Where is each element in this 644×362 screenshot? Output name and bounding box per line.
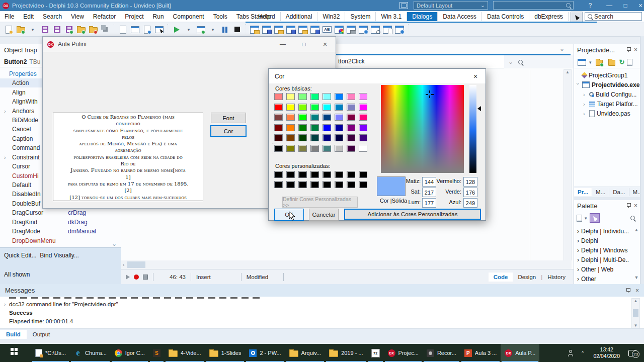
basic-color-swatch[interactable] (298, 114, 307, 121)
font-button[interactable]: Font (211, 113, 246, 123)
run2-dropdown-chevron-icon[interactable]: ▾ (208, 25, 218, 35)
save-project-icon[interactable] (64, 25, 74, 35)
view-forms-icon[interactable] (130, 25, 140, 35)
basic-color-swatch[interactable] (274, 104, 283, 111)
palette-tab-scroll-arrows[interactable]: ‹ › (549, 12, 564, 19)
task-sublime[interactable]: S (149, 344, 165, 362)
basic-color-swatch[interactable] (335, 124, 343, 131)
menu-file[interactable]: File (0, 13, 19, 20)
basic-color-swatch[interactable] (359, 104, 367, 111)
matiz-input[interactable]: 144 (422, 177, 436, 187)
form-titlebar[interactable]: DX Aula Pulini — □ × (43, 37, 336, 52)
palette-tab-win32[interactable]: Win32 (317, 12, 345, 21)
palette-category-delphi[interactable]: ›Delphi (574, 236, 640, 245)
menu-view[interactable]: View (66, 13, 89, 20)
font-dialog-icon[interactable]: AB (322, 25, 332, 35)
custom-color-swatch[interactable] (274, 171, 283, 178)
quick-edit-link[interactable]: Quick Edit... (4, 252, 37, 259)
custom-color-swatch[interactable] (286, 171, 295, 178)
basic-color-swatch[interactable] (310, 124, 319, 131)
basic-color-swatch[interactable] (359, 134, 367, 141)
view-units-icon[interactable] (142, 25, 152, 35)
basic-color-swatch[interactable] (274, 124, 283, 131)
custom-color-swatch[interactable] (323, 171, 331, 178)
message-row[interactable]: Success (0, 309, 624, 317)
basic-color-swatch[interactable] (323, 114, 331, 121)
property-row-dragkind[interactable]: DragKinddkDrag (0, 218, 121, 227)
expand-chevron-icon[interactable]: › (577, 266, 579, 273)
menu-edit[interactable]: Edit (19, 13, 38, 20)
ide-insight-search-input[interactable] (493, 1, 574, 10)
close-icon[interactable]: × (465, 72, 486, 80)
task-edge[interactable]: eChurra... (70, 344, 111, 362)
custom-color-swatch[interactable] (274, 181, 283, 188)
basic-color-swatch[interactable] (286, 114, 295, 121)
tab-properties[interactable]: Properties (9, 70, 37, 77)
basic-color-swatch[interactable] (286, 124, 295, 131)
tab-code[interactable]: Code (489, 273, 513, 282)
page-setup-dialog-icon[interactable] (394, 25, 405, 35)
azul-input[interactable]: 249 (463, 198, 477, 208)
basic-color-swatch[interactable] (274, 145, 283, 152)
custom-color-swatch[interactable] (335, 171, 343, 178)
palette-category-other-web[interactable]: ›Other | Web (574, 264, 640, 274)
custom-color-swatch[interactable] (286, 181, 295, 188)
add-file-icon[interactable] (594, 57, 604, 67)
tab-projects[interactable]: Pr... (574, 188, 592, 196)
printer-setup-dialog-icon[interactable] (346, 25, 356, 35)
save-all-icon[interactable] (52, 25, 62, 35)
basic-color-swatch[interactable] (323, 145, 331, 152)
cor-button[interactable]: Cor (210, 125, 247, 137)
color-dialog-titlebar[interactable]: Cor × (269, 69, 486, 83)
luminance-slider-arrow[interactable] (477, 106, 481, 111)
menu-tools[interactable]: Tools (209, 13, 232, 20)
menu-component[interactable]: Component (169, 13, 209, 20)
form-minimize-button[interactable]: — (272, 37, 293, 52)
basic-color-swatch[interactable] (347, 104, 355, 111)
basic-color-swatch[interactable] (335, 104, 343, 111)
refresh-icon[interactable]: ↻ (619, 58, 625, 66)
basic-color-swatch[interactable] (310, 145, 319, 152)
form-maximize-button[interactable]: □ (293, 37, 314, 52)
palette-tab-system[interactable]: System (345, 12, 375, 21)
basic-color-swatch[interactable] (274, 114, 283, 121)
custom-color-swatch[interactable] (323, 181, 331, 188)
tree-item-unvideo-pas[interactable]: ›Unvideo.pas (574, 109, 640, 118)
basic-color-swatch[interactable] (359, 145, 367, 152)
property-row-dropdownmenu[interactable]: DropDownMenu (0, 236, 121, 245)
basic-color-swatch[interactable] (323, 93, 331, 100)
chevron-down-icon[interactable]: ⌄ (508, 58, 513, 65)
basic-color-swatch[interactable] (310, 93, 319, 100)
basic-color-swatch[interactable] (323, 134, 331, 141)
add-to-project-icon[interactable] (76, 25, 86, 35)
task-7zip[interactable]: 7z (367, 344, 384, 362)
property-row-dragmode[interactable]: DragModedmManual (0, 227, 121, 236)
hue-saturation-field[interactable] (381, 85, 464, 173)
save-picture-dialog-icon[interactable] (286, 25, 296, 35)
basic-color-swatch[interactable] (335, 145, 343, 152)
property-list-scroll-chevron[interactable]: ⌄ (112, 240, 117, 247)
expand-chevron-icon[interactable]: › (4, 302, 9, 307)
menu-refactor[interactable]: Refactor (89, 13, 120, 20)
lum-input[interactable]: 177 (422, 198, 436, 208)
basic-color-swatch[interactable] (347, 93, 355, 100)
task-notepad[interactable]: *C:\Us... (31, 344, 70, 362)
help-button[interactable]: ? (583, 0, 598, 11)
editor-vertical-scrollbar[interactable]: ▲ (564, 69, 572, 261)
basic-color-swatch[interactable] (310, 114, 319, 121)
menu-run[interactable]: Run (148, 13, 169, 20)
expand-chevron-icon[interactable]: › (577, 237, 579, 244)
task-folder-2019[interactable]: 2019 - ... (325, 344, 367, 362)
bind-visually-link[interactable]: Bind Visually... (40, 252, 79, 259)
people-tray-icon[interactable] (564, 344, 577, 362)
basic-color-swatch[interactable] (323, 124, 331, 131)
new-form-icon[interactable] (118, 25, 128, 35)
close-icon[interactable]: × (635, 287, 639, 294)
find-dialog-icon[interactable] (370, 25, 380, 35)
palette-tab-standard[interactable]: Standard (246, 12, 280, 21)
expand-chevron-icon[interactable]: › (583, 92, 587, 98)
basic-color-swatch[interactable] (298, 145, 307, 152)
expand-chevron-icon[interactable]: › (4, 108, 6, 114)
open-dialog-icon[interactable] (250, 25, 260, 35)
verde-input[interactable]: 176 (463, 188, 477, 197)
